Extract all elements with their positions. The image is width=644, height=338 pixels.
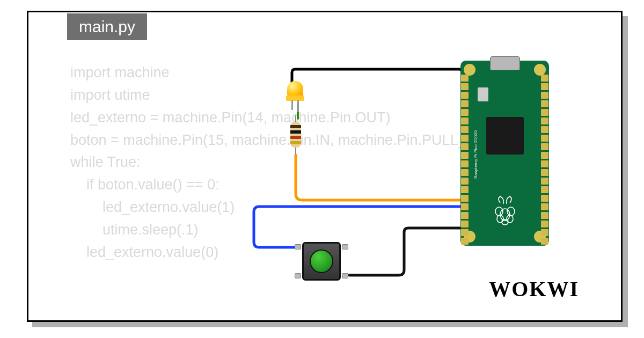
gpio-pin <box>541 169 548 176</box>
circuit-diagram[interactable]: Raspberry Pi Pico ©2020 <box>227 61 549 297</box>
gpio-pin <box>541 160 548 167</box>
gpio-pin <box>461 143 469 150</box>
gpio-pin <box>461 195 469 202</box>
wokwi-logo: WOKWI <box>489 276 579 302</box>
gpio-pin <box>461 160 469 167</box>
mount-hole-icon <box>534 64 546 76</box>
gpio-pin <box>541 117 548 124</box>
pin-column-right <box>541 75 548 245</box>
led-base <box>286 95 304 101</box>
button-pin-tl <box>295 244 301 249</box>
resistor-body <box>290 122 301 148</box>
raspberry-pi-pico[interactable]: Raspberry Pi Pico ©2020 <box>460 61 549 246</box>
board-label: Raspberry Pi Pico ©2020 <box>473 130 478 179</box>
pin-column-left <box>461 75 469 245</box>
bootsel-button[interactable] <box>478 87 488 101</box>
gpio-pin <box>541 195 548 202</box>
gpio-pin <box>541 186 548 193</box>
svg-point-2 <box>507 207 515 216</box>
gpio-pin <box>461 229 469 236</box>
gpio-pin <box>461 178 469 185</box>
gpio-pin <box>461 152 469 159</box>
gpio-pin <box>461 212 469 219</box>
button-cap <box>310 249 333 273</box>
gpio-pin <box>541 126 548 133</box>
rp2040-chip-icon <box>486 117 524 155</box>
resistor-band-2 <box>290 130 301 134</box>
led-yellow[interactable] <box>287 81 303 101</box>
gpio-pin <box>541 221 548 227</box>
resistor[interactable] <box>290 115 301 154</box>
gpio-pin <box>541 109 548 116</box>
raspberry-logo-icon <box>493 195 517 225</box>
button-pin-tr <box>342 244 348 249</box>
gpio-pin <box>541 203 548 210</box>
usb-connector-icon <box>490 56 520 70</box>
main-card: main.py import machine import utime led_… <box>27 11 623 322</box>
gpio-pin <box>541 135 548 142</box>
mount-hole-icon <box>464 64 475 76</box>
gpio-pin <box>541 238 548 245</box>
led-dome <box>287 81 303 97</box>
button-pin-bl <box>295 273 301 278</box>
gpio-pin <box>541 229 548 236</box>
gpio-pin <box>461 186 469 193</box>
gpio-pin <box>461 83 469 90</box>
led-anode-leg <box>291 100 293 110</box>
gpio-pin <box>461 92 469 99</box>
gpio-pin <box>541 92 548 99</box>
svg-point-1 <box>495 207 503 216</box>
gpio-pin <box>461 238 469 245</box>
gpio-pin <box>461 203 469 210</box>
resistor-band-4 <box>290 141 301 144</box>
push-button[interactable] <box>297 237 346 286</box>
gpio-pin <box>461 126 469 133</box>
gpio-pin <box>541 83 548 90</box>
gpio-pin <box>461 100 469 107</box>
gpio-pin <box>541 212 548 219</box>
resistor-band-1 <box>290 125 301 128</box>
gpio-pin <box>541 178 548 185</box>
gpio-pin <box>541 152 548 159</box>
button-pin-br <box>342 273 348 278</box>
resistor-band-3 <box>290 136 301 139</box>
gpio-pin <box>461 75 469 82</box>
led-cathode-leg <box>297 100 299 112</box>
file-tab[interactable]: main.py <box>67 13 147 40</box>
gpio-pin <box>461 109 469 116</box>
gpio-pin <box>461 169 469 176</box>
gpio-pin <box>541 143 548 150</box>
gpio-pin <box>461 221 469 227</box>
gpio-pin <box>461 135 469 142</box>
gpio-pin <box>541 100 548 107</box>
gpio-pin <box>461 117 469 124</box>
gpio-pin <box>541 75 548 82</box>
